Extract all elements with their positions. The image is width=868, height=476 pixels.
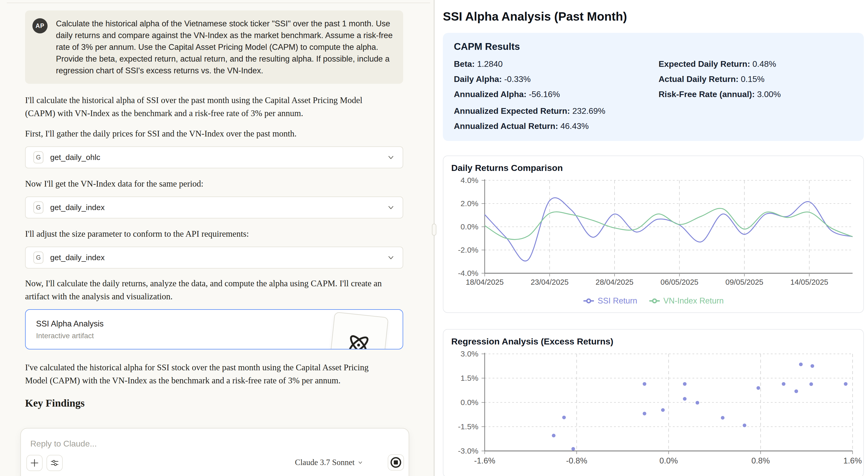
artifact-title: SSI Alpha Analysis [36,319,104,329]
key-findings-heading: Key Findings [25,397,403,409]
model-selector[interactable]: Claude 3.7 Sonnet [295,458,363,467]
regression-chart: 3.0%1.5%0.0%-1.5%-3.0%-1.6%-0.8%0.0%0.8%… [451,349,856,472]
svg-text:4.0%: 4.0% [461,176,478,184]
tool-badge: G [33,201,43,213]
capm-results-box: CAPM Results Beta: 1.2840 Expected Daily… [443,33,864,141]
svg-text:0.0%: 0.0% [461,398,478,407]
daily-returns-title: Daily Returns Comparison [451,163,856,173]
chevron-down-icon [358,460,363,465]
tools-settings-button[interactable] [46,455,63,471]
assistant-paragraph: Now I'll get the VN-Index data for the s… [25,177,403,190]
user-message-text: Calculate the historical alpha of the Vi… [56,18,393,76]
tool-badge: G [33,151,43,163]
svg-text:18/04/2025: 18/04/2025 [466,278,503,286]
capm-stat-beta: Beta: 1.2840 [454,58,648,70]
chart-legend: SSI ReturnVN-Index Return [451,295,856,307]
assistant-paragraph: I've calculated the historical alpha for… [25,361,388,387]
svg-text:09/05/2025: 09/05/2025 [725,278,763,286]
daily-returns-card: Daily Returns Comparison 4.0%2.0%0.0%-2.… [443,156,864,313]
tool-call-get-daily-index[interactable]: G get_daily_index [25,197,403,218]
capm-bottom-rows: Annualized Expected Return: 232.69% Annu… [454,105,853,132]
divider-drag-handle[interactable] [432,224,436,236]
svg-text:-1.5%: -1.5% [458,422,478,431]
chevron-down-icon[interactable] [387,154,395,161]
capm-grid: Beta: 1.2840 Expected Daily Return: 0.48… [454,58,853,100]
chevron-down-icon[interactable] [387,204,395,211]
svg-text:-0.8%: -0.8% [566,456,587,465]
capm-stat-actual-daily: Actual Daily Return: 0.15% [659,73,853,85]
assistant-paragraph: First, I'll gather the daily prices for … [25,127,403,140]
avatar: AP [32,18,48,33]
svg-text:0.8%: 0.8% [751,456,770,465]
atom-icon [343,329,374,349]
plus-icon [30,458,39,467]
model-name: Claude 3.7 Sonnet [295,458,354,467]
tool-name: get_daily_ohlc [50,153,100,162]
artifact-preview-card[interactable]: SSI Alpha Analysis Interactive artifact [25,309,403,349]
capm-stat-annualized-alpha: Annualized Alpha: -56.16% [454,88,648,100]
svg-text:28/04/2025: 28/04/2025 [595,278,633,286]
legend-item-vn-index-return[interactable]: VN-Index Return [649,296,724,306]
reply-input[interactable]: Reply to Claude... [30,439,396,449]
stop-button[interactable] [388,454,404,471]
capm-heading: CAPM Results [454,41,853,52]
stop-circle-icon [390,456,402,469]
svg-text:23/04/2025: 23/04/2025 [531,278,568,286]
capm-stat-daily-alpha: Daily Alpha: -0.33% [454,73,648,85]
user-message: AP Calculate the historical alpha of the… [25,10,403,84]
tool-name: get_daily_index [50,253,105,262]
legend-label: SSI Return [597,296,637,306]
chevron-down-icon[interactable] [387,254,395,262]
tool-name: get_daily_index [50,203,105,212]
chat-panel: AP Calculate the historical alpha of the… [0,0,434,476]
artifact-subtitle: Interactive artifact [36,332,94,340]
capm-stat-annualized-expected: Annualized Expected Return: 232.69% [454,105,853,117]
svg-text:-4.0%: -4.0% [458,269,478,277]
assistant-paragraph: I'll adjust the size parameter to confor… [25,227,403,240]
add-attachment-button[interactable] [26,455,42,471]
assistant-paragraph: Now, I'll calculate the daily returns, a… [25,277,396,303]
svg-text:0.0%: 0.0% [659,456,678,465]
tool-call-get-daily-ohlc[interactable]: G get_daily_ohlc [25,146,403,168]
svg-text:1.6%: 1.6% [843,456,862,465]
artifact-panel: SSI Alpha Analysis (Past Month) CAPM Res… [435,0,868,476]
svg-text:1.5%: 1.5% [461,374,478,382]
regression-title: Regression Analysis (Excess Returns) [451,336,856,346]
svg-text:14/05/2025: 14/05/2025 [790,278,828,286]
tool-badge: G [33,251,43,264]
app: AP Calculate the historical alpha of the… [0,0,868,476]
regression-card: Regression Analysis (Excess Returns) 3.0… [443,329,864,476]
daily-returns-chart: 4.0%2.0%0.0%-2.0%-4.0%18/04/202523/04/20… [451,176,856,294]
capm-stat-risk-free: Risk-Free Rate (annual): 3.00% [659,88,853,100]
composer: Reply to Claude... Claude 3.7 Sonnet [20,428,409,476]
sliders-icon [50,458,59,468]
tool-call-get-daily-index-2[interactable]: G get_daily_index [25,247,403,269]
svg-text:-1.6%: -1.6% [474,456,495,465]
svg-text:-2.0%: -2.0% [458,245,478,254]
legend-marker-icon [583,298,594,304]
svg-text:3.0%: 3.0% [461,349,478,358]
capm-stat-expected-daily: Expected Daily Return: 0.48% [659,58,853,70]
svg-text:0.0%: 0.0% [461,222,478,231]
artifact-page-thumbnail [327,312,389,349]
assistant-paragraph: I'll calculate the historical alpha of S… [25,94,383,120]
legend-label: VN-Index Return [663,296,724,306]
chat-column: AP Calculate the historical alpha of the… [25,0,403,409]
svg-text:-3.0%: -3.0% [458,446,478,455]
legend-marker-icon [649,298,660,304]
svg-text:06/05/2025: 06/05/2025 [660,278,699,286]
capm-stat-annualized-actual: Annualized Actual Return: 46.43% [454,120,853,132]
svg-text:2.0%: 2.0% [461,199,478,208]
legend-item-ssi-return[interactable]: SSI Return [583,296,637,306]
artifact-heading: SSI Alpha Analysis (Past Month) [443,9,864,24]
